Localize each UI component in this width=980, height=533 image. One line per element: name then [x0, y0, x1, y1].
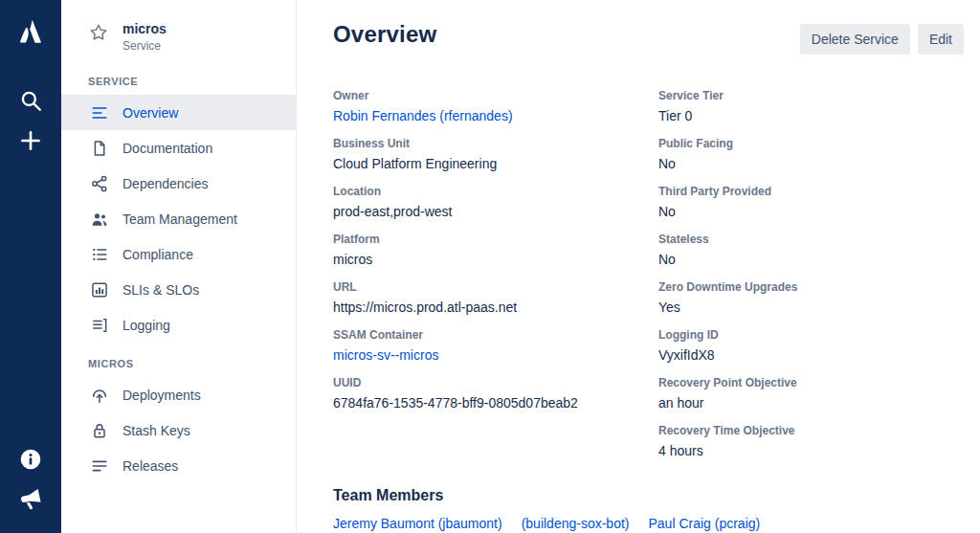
field-value: 6784fa76-1535-4778-bff9-0805d07beab2 — [333, 395, 658, 411]
field-value: 4 hours — [658, 443, 964, 459]
service-type: Service — [122, 39, 167, 53]
field-ssam-container: SSAM Container micros-sv--micros — [333, 328, 658, 364]
team-members-list: Jeremy Baumont (jbaumont) (buildeng-sox-… — [333, 516, 964, 531]
people-icon — [90, 210, 109, 229]
megaphone-icon[interactable] — [11, 479, 51, 520]
field-url: URL https://micros.prod.atl-paas.net — [333, 280, 658, 316]
document-icon — [90, 139, 109, 158]
field-column-left: Owner Robin Fernandes (rfernandes) Busin… — [333, 89, 658, 472]
field-label: Recovery Point Objective — [658, 376, 964, 389]
sidebar-item-documentation[interactable]: Documentation — [61, 130, 296, 166]
field-value: Yes — [658, 300, 964, 316]
field-label: Business Unit — [333, 137, 658, 150]
field-label: Zero Downtime Upgrades — [658, 280, 964, 294]
page-title: Overview — [333, 21, 436, 48]
field-value: VyxifIdX8 — [658, 347, 964, 364]
sidebar-item-logging[interactable]: Logging — [61, 307, 296, 343]
star-icon[interactable] — [88, 22, 109, 47]
field-label: SSAM Container — [333, 328, 658, 342]
sidebar-item-label: Team Management — [122, 211, 237, 227]
sidebar-item-overview[interactable]: Overview — [61, 95, 296, 130]
info-icon[interactable] — [11, 439, 51, 479]
field-public-facing: Public Facing No — [658, 137, 964, 172]
team-member-link[interactable]: Jeremy Baumont (jbaumont) — [333, 516, 502, 531]
sidebar-item-label: Overview — [122, 105, 178, 121]
field-value: Cloud Platform Engineering — [333, 156, 658, 172]
main-content: Overview Delete Service Edit Owner Robin… — [297, 0, 980, 533]
field-label: UUID — [333, 376, 658, 389]
field-label: Logging ID — [658, 328, 964, 342]
sidebar-item-label: Logging — [122, 318, 170, 333]
field-label: Third Party Provided — [658, 185, 964, 198]
field-platform: Platform micros — [333, 233, 658, 268]
deploy-icon — [90, 386, 109, 405]
releases-icon — [90, 456, 109, 476]
dependencies-icon — [90, 174, 109, 193]
field-value: micros — [333, 252, 658, 268]
field-label: Service Tier — [658, 89, 964, 102]
field-label: Location — [333, 185, 658, 198]
field-owner: Owner Robin Fernandes (rfernandes) — [333, 89, 658, 124]
edit-button[interactable]: Edit — [918, 24, 964, 55]
field-value: No — [658, 156, 964, 172]
sidebar-item-label: Documentation — [122, 141, 212, 156]
sidebar-item-deployments[interactable]: Deployments — [61, 377, 296, 412]
sidebar-item-team-management[interactable]: Team Management — [61, 201, 296, 236]
ordered-list-icon — [90, 245, 109, 264]
owner-link[interactable]: Robin Fernandes (rfernandes) — [333, 108, 658, 124]
service-identity: micros Service — [122, 21, 167, 53]
team-member-link[interactable]: Paul Craig (pcraig) — [648, 516, 760, 531]
sidebar: micros Service SERVICE Overview Document… — [61, 0, 297, 533]
logs-icon — [90, 316, 109, 335]
create-icon[interactable] — [11, 121, 51, 161]
overview-icon — [90, 103, 109, 122]
field-label: Owner — [333, 89, 658, 102]
field-column-right: Service Tier Tier 0 Public Facing No Thi… — [658, 89, 964, 472]
field-label: URL — [333, 280, 658, 294]
field-logging-id: Logging ID VyxifIdX8 — [658, 328, 964, 364]
field-location: Location prod-east,prod-west — [333, 185, 658, 220]
delete-service-button[interactable]: Delete Service — [800, 24, 910, 55]
field-grid: Owner Robin Fernandes (rfernandes) Busin… — [333, 89, 964, 472]
field-label: Recovery Time Objective — [658, 424, 964, 437]
app-rail — [0, 0, 61, 533]
lock-icon — [90, 421, 109, 440]
sidebar-item-label: Releases — [122, 458, 178, 474]
field-stateless: Stateless No — [658, 233, 964, 268]
service-header: micros Service — [61, 21, 296, 53]
field-service-tier: Service Tier Tier 0 — [658, 89, 964, 124]
sidebar-item-label: Deployments — [122, 388, 201, 403]
sidebar-item-label: Stash Keys — [122, 423, 190, 438]
field-third-party-provided: Third Party Provided No — [658, 185, 964, 220]
field-value: prod-east,prod-west — [333, 204, 658, 220]
section-label-service: SERVICE — [61, 76, 296, 87]
service-name: micros — [122, 21, 167, 36]
sidebar-item-label: SLIs & SLOs — [122, 282, 199, 298]
main-header: Overview Delete Service Edit — [333, 21, 964, 55]
field-uuid: UUID 6784fa76-1535-4778-bff9-0805d07beab… — [333, 376, 658, 411]
atlassian-logo-glyph — [16, 17, 45, 46]
field-value: Tier 0 — [658, 108, 964, 124]
section-label-micros: MICROS — [61, 358, 296, 369]
team-members-heading: Team Members — [333, 487, 964, 504]
sidebar-item-dependencies[interactable]: Dependencies — [61, 166, 296, 201]
atlassian-logo[interactable] — [11, 11, 51, 52]
sidebar-item-compliance[interactable]: Compliance — [61, 236, 296, 272]
bar-chart-icon — [90, 280, 109, 300]
field-value: an hour — [658, 395, 964, 411]
ssam-container-link[interactable]: micros-sv--micros — [333, 347, 658, 364]
field-recovery-point-objective: Recovery Point Objective an hour — [658, 376, 964, 411]
field-business-unit: Business Unit Cloud Platform Engineering — [333, 137, 658, 172]
field-label: Public Facing — [658, 137, 964, 150]
field-value: https://micros.prod.atl-paas.net — [333, 300, 658, 316]
sidebar-item-slis-slos[interactable]: SLIs & SLOs — [61, 272, 296, 307]
search-icon[interactable] — [11, 80, 51, 121]
field-label: Platform — [333, 233, 658, 246]
team-member-link[interactable]: (buildeng-sox-bot) — [522, 516, 630, 531]
sidebar-item-label: Dependencies — [122, 176, 209, 191]
field-recovery-time-objective: Recovery Time Objective 4 hours — [658, 424, 964, 459]
sidebar-item-releases[interactable]: Releases — [61, 448, 296, 483]
sidebar-item-stash-keys[interactable]: Stash Keys — [61, 412, 296, 448]
field-value: No — [658, 252, 964, 268]
header-actions: Delete Service Edit — [800, 24, 964, 55]
